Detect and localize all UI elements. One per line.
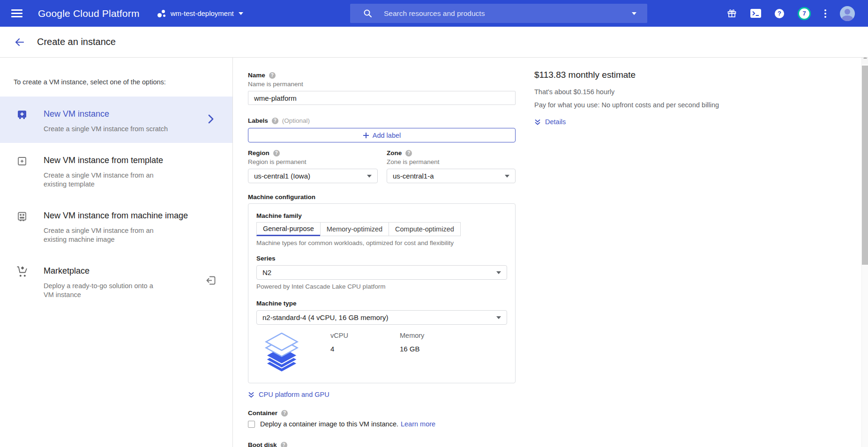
page-title-bar: Create an instance (0, 27, 868, 58)
project-name: wm-test-deployment (171, 9, 234, 17)
cost-estimate-panel: $113.83 monthly estimate That's about $0… (534, 58, 806, 126)
add-label-button[interactable]: Add label (248, 128, 516, 142)
sidebar-item-title: New VM instance from template (44, 155, 205, 166)
search-dropdown-icon[interactable] (632, 12, 636, 15)
search-bar[interactable] (350, 4, 647, 23)
sidebar-item-new-vm-from-template[interactable]: New VM instance from template Create a s… (0, 143, 232, 198)
layers-icon (263, 333, 300, 372)
machine-type-label: Machine type (256, 300, 507, 307)
project-selector[interactable]: wm-test-deployment (157, 9, 243, 18)
vm-template-icon (16, 156, 28, 167)
series-label: Series (256, 255, 507, 262)
monthly-estimate-title: $113.83 monthly estimate (534, 70, 806, 80)
expand-more-icon (248, 391, 254, 398)
sidebar-item-title: New VM instance from machine image (44, 210, 205, 221)
container-label: Container (248, 410, 277, 417)
exit-to-app-icon (206, 275, 217, 286)
sidebar-item-description: Create a single VM instance from an exis… (44, 226, 161, 245)
sidebar-item-new-vm-instance[interactable]: New VM instance Create a single VM insta… (0, 97, 232, 143)
project-icon (157, 9, 166, 18)
region-help-icon[interactable]: ? (273, 150, 280, 156)
chevron-down-icon (367, 175, 372, 178)
sidebar-item-description: Deploy a ready-to-go solution onto a VM … (44, 282, 161, 300)
vcpu-label: vCPU (330, 332, 400, 339)
sidebar-item-description: Create a single VM instance from scratch (44, 125, 214, 134)
memory-label: Memory (400, 332, 469, 339)
back-arrow-icon[interactable] (14, 37, 25, 48)
details-link[interactable]: Details (534, 118, 566, 126)
sidebar-item-marketplace[interactable]: Marketplace Deploy a ready-to-go solutio… (0, 253, 232, 309)
billing-note-text: Pay for what you use: No upfront costs a… (534, 101, 806, 109)
name-hint: Name is permanent (248, 81, 516, 88)
deploy-container-checkbox[interactable] (248, 421, 255, 428)
zone-help-icon[interactable]: ? (405, 150, 412, 156)
vcpu-value: 4 (330, 345, 400, 353)
boot-disk-help-icon[interactable]: ? (281, 442, 287, 447)
hourly-estimate-text: That's about $0.156 hourly (534, 88, 806, 96)
zone-select[interactable]: us-central1-a (387, 169, 516, 183)
sidebar-item-new-vm-from-machine-image[interactable]: New VM instance from machine image Creat… (0, 198, 232, 253)
zone-value: us-central1-a (393, 172, 434, 180)
cpu-platform-gpu-text: CPU platform and GPU (259, 391, 329, 398)
sidebar-item-title: Marketplace (44, 266, 205, 276)
memory-value: 16 GB (400, 345, 469, 353)
zone-label: Zone (387, 149, 402, 156)
series-value: N2 (262, 268, 271, 276)
menu-icon[interactable] (11, 9, 22, 17)
region-value: us-central1 (Iowa) (254, 172, 310, 180)
tab-general-purpose[interactable]: General-purpose (256, 222, 321, 236)
series-select[interactable]: N2 (256, 265, 507, 280)
cpu-platform-gpu-link[interactable]: CPU platform and GPU (248, 391, 329, 398)
container-help-icon[interactable]: ? (281, 410, 288, 417)
expand-more-icon (534, 119, 541, 126)
more-options-icon[interactable] (824, 9, 826, 18)
add-label-text: Add label (373, 132, 401, 139)
details-text: Details (545, 118, 566, 126)
region-select[interactable]: us-central1 (Iowa) (248, 169, 378, 183)
brand-title: Google Cloud Platform (38, 8, 140, 19)
tab-memory-optimized[interactable]: Memory-optimized (320, 222, 389, 236)
chevron-down-icon (496, 271, 501, 274)
notifications-badge[interactable]: 7 (798, 7, 811, 20)
machine-spec-summary: vCPU 4 Memory 16 GB (256, 325, 507, 383)
page-title: Create an instance (37, 37, 116, 47)
zone-hint: Zone is permanent (387, 158, 516, 165)
search-icon (363, 9, 372, 18)
vertical-scrollbar[interactable] (861, 50, 868, 447)
machine-configuration-box: Machine family General-purpose Memory-op… (248, 203, 516, 383)
scrollbar-thumb[interactable] (862, 66, 868, 265)
machine-type-value: n2-standard-4 (4 vCPU, 16 GB memory) (262, 313, 388, 321)
boot-disk-label: Boot disk (248, 441, 277, 447)
labels-optional: (Optional) (282, 117, 310, 124)
create-instance-form: Name ? Name is permanent Labels ? (Optio… (248, 58, 516, 447)
notification-count: 7 (802, 10, 806, 17)
help-icon[interactable]: ? (775, 9, 784, 18)
chevron-down-icon (496, 316, 501, 319)
avatar[interactable] (840, 6, 855, 21)
learn-more-link[interactable]: Learn more (401, 420, 435, 428)
marketplace-cart-icon (16, 266, 29, 278)
sidebar-item-title: New VM instance (44, 109, 205, 119)
chevron-down-icon (239, 12, 243, 15)
plus-icon (363, 132, 369, 139)
sidebar-intro: To create a VM instance, select one of t… (0, 58, 232, 86)
series-hint: Powered by Intel Cascade Lake CPU platfo… (256, 283, 507, 290)
labels-help-icon[interactable]: ? (272, 118, 278, 124)
cloud-shell-icon[interactable] (750, 9, 761, 18)
machine-family-tabs: General-purpose Memory-optimized Compute… (256, 222, 507, 236)
gift-icon[interactable] (727, 8, 737, 18)
machine-family-hint: Machine types for common workloads, opti… (256, 239, 507, 246)
name-input[interactable] (248, 91, 516, 105)
chevron-down-icon (505, 175, 509, 178)
name-label: Name (248, 72, 265, 79)
search-input[interactable] (384, 9, 627, 18)
region-hint: Region is permanent (248, 158, 378, 165)
name-help-icon[interactable]: ? (269, 72, 276, 79)
app-header: Google Cloud Platform wm-test-deployment… (0, 0, 868, 27)
machine-family-label: Machine family (256, 212, 507, 219)
machine-image-icon (16, 211, 28, 222)
chevron-right-icon (208, 114, 214, 124)
machine-type-select[interactable]: n2-standard-4 (4 vCPU, 16 GB memory) (256, 310, 507, 325)
sidebar-item-description: Create a single VM instance from an exis… (44, 171, 161, 189)
tab-compute-optimized[interactable]: Compute-optimized (389, 222, 461, 236)
